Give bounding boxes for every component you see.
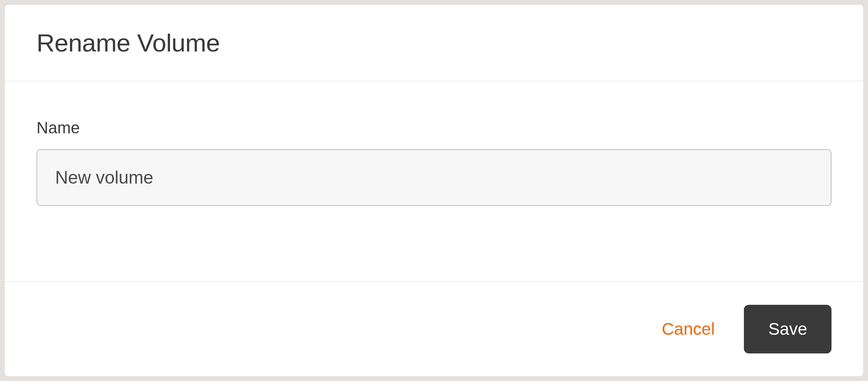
dialog-footer: Cancel Save (5, 282, 863, 376)
dialog-body: Name (5, 81, 863, 282)
name-field-label: Name (37, 119, 831, 137)
rename-volume-dialog: Rename Volume Name Cancel Save (5, 5, 863, 376)
dialog-header: Rename Volume (5, 5, 863, 81)
dialog-title: Rename Volume (37, 28, 831, 57)
cancel-button[interactable]: Cancel (657, 316, 720, 342)
name-input[interactable] (37, 149, 831, 206)
save-button[interactable]: Save (744, 305, 831, 353)
